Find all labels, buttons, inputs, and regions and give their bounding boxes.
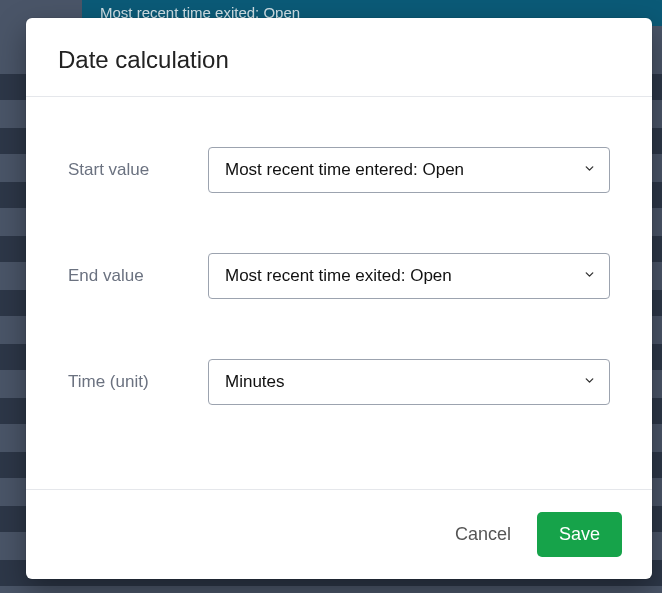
save-button[interactable]: Save: [537, 512, 622, 557]
time-unit-select-wrap: Minutes: [208, 359, 610, 405]
dialog-header: Date calculation: [26, 18, 652, 96]
end-value-select-wrap: Most recent time exited: Open: [208, 253, 610, 299]
start-value-select-wrap: Most recent time entered: Open: [208, 147, 610, 193]
start-value-row: Start value Most recent time entered: Op…: [68, 147, 610, 193]
start-value-label: Start value: [68, 160, 208, 180]
end-value-label: End value: [68, 266, 208, 286]
time-unit-row: Time (unit) Minutes: [68, 359, 610, 405]
date-calculation-dialog: Date calculation Start value Most recent…: [26, 18, 652, 579]
cancel-button[interactable]: Cancel: [449, 516, 517, 553]
time-unit-select[interactable]: Minutes: [208, 359, 610, 405]
dialog-footer: Cancel Save: [26, 490, 652, 579]
end-value-row: End value Most recent time exited: Open: [68, 253, 610, 299]
dialog-title: Date calculation: [58, 46, 620, 74]
time-unit-selected: Minutes: [225, 372, 285, 392]
dialog-body: Start value Most recent time entered: Op…: [26, 97, 652, 489]
start-value-selected: Most recent time entered: Open: [225, 160, 464, 180]
start-value-select[interactable]: Most recent time entered: Open: [208, 147, 610, 193]
time-unit-label: Time (unit): [68, 372, 208, 392]
end-value-selected: Most recent time exited: Open: [225, 266, 452, 286]
end-value-select[interactable]: Most recent time exited: Open: [208, 253, 610, 299]
